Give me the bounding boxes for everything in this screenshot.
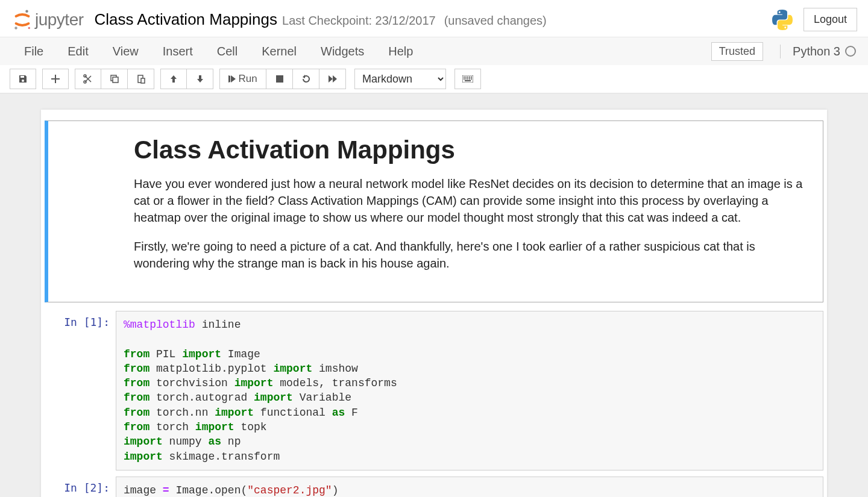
markdown-cell-selected[interactable]: Class Activation Mappings Have you ever … [45,120,823,302]
paste-icon [136,74,146,84]
svg-rect-6 [113,77,118,83]
svg-rect-21 [465,80,471,81]
menu-kernel[interactable]: Kernel [250,39,309,64]
insert-cell-button[interactable] [42,69,69,89]
svg-rect-13 [467,77,468,78]
svg-rect-12 [465,77,467,78]
markdown-rendered: Class Activation Mappings Have you ever … [61,136,805,272]
menu-cell[interactable]: Cell [205,39,250,64]
notebook-area: Class Activation Mappings Have you ever … [0,94,868,497]
python-logo-icon [772,10,793,30]
save-button[interactable] [10,69,36,89]
move-up-button[interactable] [160,69,187,89]
svg-point-2 [28,27,30,28]
run-button[interactable]: Run [219,69,266,89]
input-prompt: In [2]: [45,477,116,497]
svg-rect-15 [471,77,472,78]
svg-point-0 [25,10,28,13]
notebook-header: jupyter Class Activation Mappings Last C… [0,0,868,37]
jupyter-icon [13,10,31,30]
cut-button[interactable] [75,69,101,89]
menu-help[interactable]: Help [376,39,425,64]
svg-rect-14 [469,77,470,78]
svg-rect-20 [471,78,472,80]
restart-run-all-button[interactable] [319,69,346,89]
code-input[interactable]: %matplotlib inline from PIL import Image… [116,311,823,470]
menu-view[interactable]: View [101,39,151,64]
stop-icon [276,75,283,83]
menu-widgets[interactable]: Widgets [309,39,376,64]
md-paragraph-2: Firstly, we're going to need a picture o… [134,238,805,272]
title-area: Class Activation Mappings Last Checkpoin… [95,10,772,29]
code-cell-2[interactable]: In [2]: image = Image.open("casper2.jpg"… [45,477,823,497]
menu-insert[interactable]: Insert [151,39,205,64]
md-heading: Class Activation Mappings [134,136,805,164]
svg-point-1 [14,27,17,30]
code-cell-1[interactable]: In [1]: %matplotlib inline from PIL impo… [45,311,823,470]
menubar: File Edit View Insert Cell Kernel Widget… [0,37,868,65]
md-paragraph-1: Have you ever wondered just how a neural… [134,175,805,226]
save-icon [18,74,28,84]
kernel-idle-icon [845,46,856,57]
menu-edit[interactable]: Edit [55,39,100,64]
svg-rect-18 [467,78,468,80]
restart-icon [301,74,311,84]
svg-rect-19 [469,78,470,80]
checkpoint-info: Last Checkpoint: 23/12/2017 [282,14,436,28]
run-label: Run [238,73,257,85]
jupyter-text: jupyter [35,10,84,30]
svg-rect-9 [276,75,283,83]
input-prompt: In [1]: [45,311,116,470]
menu-file[interactable]: File [12,39,55,64]
jupyter-logo[interactable]: jupyter [13,10,84,30]
fast-forward-icon [329,75,337,83]
kernel-name: Python 3 [793,45,840,58]
copy-button[interactable] [101,69,128,89]
cell-type-select[interactable]: Markdown [354,69,446,89]
toolbar: Run Markdown [0,65,868,93]
interrupt-button[interactable] [266,69,293,89]
command-palette-button[interactable] [454,69,481,89]
svg-rect-16 [464,78,465,80]
code-input[interactable]: image = Image.open("casper2.jpg") imshow… [116,477,823,497]
plus-icon [51,75,60,83]
scissors-icon [83,74,93,84]
svg-rect-17 [465,78,467,80]
kernel-indicator[interactable]: Python 3 [780,45,856,58]
svg-rect-11 [464,77,465,78]
move-down-button[interactable] [187,69,213,89]
unsaved-changes: (unsaved changes) [444,14,547,28]
trusted-indicator[interactable]: Trusted [711,42,763,61]
svg-rect-8 [141,78,145,83]
arrow-down-icon [196,75,204,83]
keyboard-icon [462,75,473,83]
paste-button[interactable] [128,69,154,89]
notebook-name[interactable]: Class Activation Mappings [95,10,277,29]
arrow-up-icon [169,75,178,83]
run-icon [228,75,236,83]
copy-icon [110,74,119,84]
logout-button[interactable]: Logout [804,8,857,31]
restart-button[interactable] [293,69,319,89]
notebook-container: Class Activation Mappings Have you ever … [41,110,827,497]
